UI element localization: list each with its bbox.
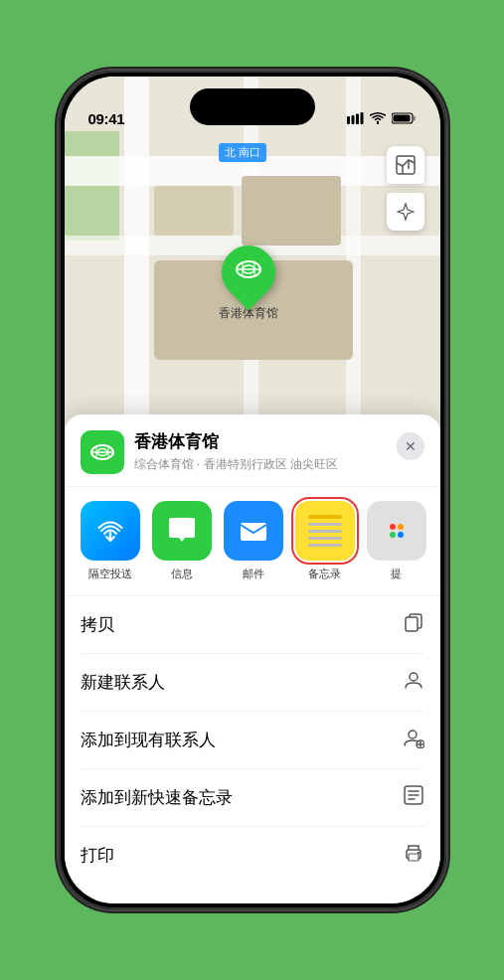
more-label: 提	[391, 567, 402, 581]
share-item-notes[interactable]: 备忘录	[295, 501, 355, 581]
share-row: 隔空投送 信息	[65, 487, 440, 596]
action-print[interactable]: 打印	[81, 827, 424, 884]
quick-note-icon	[403, 784, 424, 811]
notes-line-3	[308, 537, 342, 540]
dot-yellow	[398, 524, 404, 530]
notes-lines	[308, 515, 342, 547]
action-new-contact[interactable]: 新建联系人	[81, 654, 424, 712]
share-item-airdrop[interactable]: 隔空投送	[81, 501, 140, 581]
share-item-messages[interactable]: 信息	[152, 501, 212, 581]
status-bar: 09:41	[65, 77, 440, 135]
action-add-contact[interactable]: 添加到现有联系人	[81, 712, 424, 769]
battery-icon	[392, 112, 417, 127]
notes-line-2	[308, 530, 342, 533]
signal-icon	[347, 112, 364, 127]
map-green-area	[65, 131, 119, 241]
copy-label: 拷贝	[81, 613, 114, 636]
copy-icon	[403, 611, 424, 638]
svg-rect-6	[393, 115, 410, 122]
stadium-marker: 香港体育馆	[219, 245, 278, 322]
dot-blue	[398, 532, 404, 538]
quick-note-label: 添加到新快速备忘录	[81, 786, 233, 809]
more-dot-group-bottom	[390, 532, 404, 538]
dot-green	[390, 532, 396, 538]
dot-red	[390, 524, 396, 530]
more-icon	[367, 501, 426, 561]
add-contact-label: 添加到现有联系人	[81, 729, 216, 751]
map-block-2	[242, 176, 341, 245]
svg-rect-31	[409, 854, 419, 861]
mail-label: 邮件	[243, 567, 264, 581]
phone-screen: 09:41	[65, 77, 440, 903]
place-name: 香港体育馆	[134, 430, 397, 453]
svg-rect-0	[347, 116, 350, 124]
close-icon: ✕	[405, 438, 417, 454]
messages-label: 信息	[171, 567, 193, 581]
svg-rect-3	[360, 112, 363, 124]
notes-label: 备忘录	[308, 567, 341, 581]
wifi-icon	[370, 112, 386, 127]
add-contact-icon	[403, 727, 424, 753]
print-label: 打印	[81, 844, 114, 867]
marker-pin	[210, 235, 285, 310]
map-block-1	[154, 186, 234, 236]
place-icon	[81, 430, 124, 474]
place-info: 香港体育馆 综合体育馆 · 香港特别行政区 油尖旺区	[134, 430, 397, 473]
svg-point-22	[409, 731, 417, 738]
share-item-more[interactable]: 提	[367, 501, 426, 581]
location-button[interactable]	[387, 193, 424, 231]
messages-icon	[152, 501, 212, 561]
action-copy[interactable]: 拷贝	[81, 596, 424, 654]
phone-frame: 09:41	[59, 71, 446, 909]
notes-line-4	[308, 544, 342, 547]
close-button[interactable]: ✕	[397, 432, 424, 460]
mail-icon	[224, 501, 283, 561]
svg-rect-5	[414, 116, 416, 121]
action-quick-note[interactable]: 添加到新快速备忘录	[81, 769, 424, 827]
new-contact-icon	[403, 669, 424, 696]
notes-icon	[295, 501, 355, 561]
map-controls	[387, 146, 424, 231]
place-header: 香港体育馆 综合体育馆 · 香港特别行政区 油尖旺区 ✕	[65, 414, 440, 487]
svg-rect-1	[351, 115, 354, 124]
map-entrance-label: 北 南口	[219, 143, 266, 162]
more-dots	[390, 524, 404, 538]
action-list: 拷贝 新建联系人	[65, 596, 440, 884]
status-time: 09:41	[88, 110, 125, 127]
svg-point-32	[417, 852, 419, 854]
status-icons	[347, 112, 417, 127]
airdrop-icon	[81, 501, 140, 561]
svg-rect-2	[356, 114, 359, 125]
place-description: 综合体育馆 · 香港特别行政区 油尖旺区	[134, 456, 397, 473]
marker-icon	[235, 255, 262, 289]
airdrop-label: 隔空投送	[88, 567, 132, 581]
svg-point-21	[410, 673, 418, 681]
svg-rect-20	[406, 617, 418, 631]
bottom-sheet: 香港体育馆 综合体育馆 · 香港特别行政区 油尖旺区 ✕	[65, 414, 440, 903]
map-type-button[interactable]	[387, 146, 424, 184]
new-contact-label: 新建联系人	[81, 671, 165, 694]
notes-line-1	[308, 523, 342, 526]
entrance-label-text: 北 南口	[225, 146, 260, 158]
print-icon	[403, 842, 424, 869]
share-item-mail[interactable]: 邮件	[224, 501, 283, 581]
